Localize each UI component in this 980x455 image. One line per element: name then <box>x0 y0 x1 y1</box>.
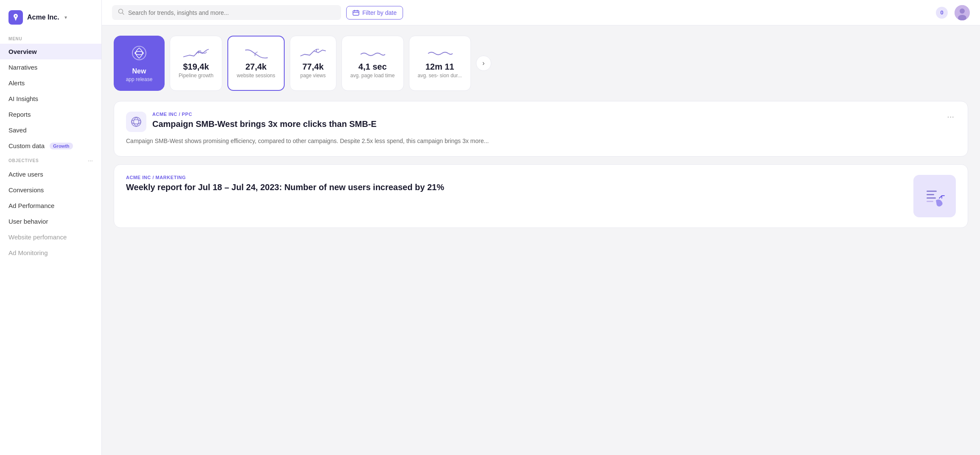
insight-ppc-body: Campaign SMB-West shows promising effici… <box>126 136 956 146</box>
insight-marketing-image <box>913 175 956 217</box>
insight-ppc-meta: ACME INC / PPC Campaign SMB-West brings … <box>152 112 939 129</box>
sidebar-item-overview-label: Overview <box>8 48 37 55</box>
sidebar-item-alerts[interactable]: Alerts <box>0 75 101 91</box>
sidebar-item-user-behavior-label: User behavior <box>8 218 48 225</box>
sidebar-item-ad-monitoring[interactable]: Ad Monitoring <box>0 245 101 261</box>
svg-point-7 <box>960 8 965 14</box>
svg-rect-14 <box>927 191 937 192</box>
metric-new-app-label: app release <box>126 76 153 83</box>
insight-marketing-breadcrumb: ACME INC / MARKETING <box>126 175 905 180</box>
metric-pageload-value: 4,1 sec <box>358 62 387 71</box>
filter-by-date-button[interactable]: Filter by date <box>346 6 403 20</box>
filter-label: Filter by date <box>362 9 397 16</box>
notification-badge[interactable]: 0 <box>936 7 948 19</box>
sidebar-item-ad-performance-label: Ad Performance <box>8 202 54 209</box>
topnav: Filter by date 0 <box>102 0 980 25</box>
company-chevron-icon: ▾ <box>64 14 67 20</box>
insight-card-ppc-header: ACME INC / PPC Campaign SMB-West brings … <box>126 112 956 132</box>
metric-card-avg-page-load[interactable]: 4,1 sec avg. page load time <box>342 36 404 91</box>
insight-card-marketing: ACME INC / MARKETING Weekly report for J… <box>114 164 968 228</box>
insight-card-marketing-inner: ACME INC / MARKETING Weekly report for J… <box>126 175 956 217</box>
metric-card-website-sessions[interactable]: 27,4k website sessions <box>227 36 285 91</box>
sidebar-item-overview[interactable]: Overview <box>0 44 101 59</box>
insight-marketing-content: ACME INC / MARKETING Weekly report for J… <box>126 175 905 193</box>
metric-session-label: avg. ses- sion dur... <box>418 73 462 79</box>
sidebar-item-reports[interactable]: Reports <box>0 107 101 122</box>
sidebar-item-active-users-label: Active users <box>8 171 43 178</box>
calendar-icon <box>353 10 359 16</box>
sidebar-item-narratives-label: Narratives <box>8 64 37 71</box>
svg-rect-2 <box>353 11 359 15</box>
metric-card-new-app-release[interactable]: New app release <box>114 36 165 91</box>
sidebar-item-conversions-label: Conversions <box>8 186 44 194</box>
metric-session-value: 12m 11 <box>426 62 454 71</box>
content-area: New app release $19,4k Pipeline growth <box>102 25 980 455</box>
svg-rect-17 <box>927 201 933 202</box>
pipeline-chart <box>183 48 209 59</box>
sidebar-item-narratives[interactable]: Narratives <box>0 59 101 75</box>
menu-label: MENU <box>0 33 101 44</box>
insight-ppc-more-button[interactable]: ··· <box>945 112 956 121</box>
sidebar-item-custom-data[interactable]: Custom data Growth <box>0 138 101 154</box>
insight-ppc-title: Campaign SMB-West brings 3x more clicks … <box>152 118 939 129</box>
metric-new-app-value: New <box>132 67 146 75</box>
sessions-chart <box>243 48 269 59</box>
sidebar-item-conversions[interactable]: Conversions <box>0 182 101 198</box>
svg-point-10 <box>135 51 143 55</box>
metric-pipeline-label: Pipeline growth <box>179 73 213 79</box>
custom-data-badge: Growth <box>50 143 73 149</box>
session-chart <box>427 48 453 59</box>
company-header[interactable]: Acme Inc. ▾ <box>0 7 101 33</box>
globe-icon <box>129 115 143 129</box>
avatar[interactable] <box>955 5 970 20</box>
sidebar-item-website-performance-label: Website perfomance <box>8 233 67 241</box>
metric-pageload-label: avg. page load time <box>350 73 395 79</box>
pageload-chart <box>360 48 385 59</box>
metric-card-avg-session[interactable]: 12m 11 avg. ses- sion dur... <box>409 36 471 91</box>
sidebar-item-saved-label: Saved <box>8 126 27 134</box>
search-icon <box>118 8 125 17</box>
svg-point-11 <box>132 117 141 126</box>
metrics-row: New app release $19,4k Pipeline growth <box>114 36 968 91</box>
metric-sessions-value: 27,4k <box>245 62 266 71</box>
svg-rect-15 <box>927 194 934 195</box>
sidebar-item-custom-data-label: Custom data <box>8 142 45 149</box>
sidebar-item-ad-performance[interactable]: Ad Performance <box>0 198 101 213</box>
search-input[interactable] <box>128 9 335 16</box>
metric-card-pipeline-growth[interactable]: $19,4k Pipeline growth <box>170 36 222 91</box>
sidebar-item-ai-insights-label: AI Insights <box>8 95 38 102</box>
report-illustration <box>920 181 949 211</box>
insight-marketing-title: Weekly report for Jul 18 – Jul 24, 2023:… <box>126 182 905 193</box>
topnav-right: 0 <box>936 5 970 20</box>
metrics-next-button[interactable]: › <box>476 56 491 71</box>
insight-card-ppc: ACME INC / PPC Campaign SMB-West brings … <box>114 101 968 156</box>
company-logo <box>8 10 23 25</box>
sidebar-item-active-users[interactable]: Active users <box>0 166 101 182</box>
sidebar-item-website-performance[interactable]: Website perfomance <box>0 229 101 245</box>
metric-pageviews-value: 77,4k <box>302 62 324 71</box>
sidebar-item-ad-monitoring-label: Ad Monitoring <box>8 249 48 256</box>
metric-pageviews-label: page views <box>300 73 326 79</box>
objectives-header: OBJECTIVES ··· <box>0 154 101 166</box>
objectives-more-icon[interactable]: ··· <box>88 157 93 164</box>
sidebar-item-user-behavior[interactable]: User behavior <box>0 213 101 229</box>
sidebar-item-ai-insights[interactable]: AI Insights <box>0 91 101 107</box>
sidebar-item-reports-label: Reports <box>8 111 31 118</box>
search-bar[interactable] <box>112 5 341 20</box>
svg-line-1 <box>123 13 124 15</box>
sidebar-item-saved[interactable]: Saved <box>0 122 101 138</box>
main-panel: Filter by date 0 <box>102 0 980 455</box>
sidebar-item-alerts-label: Alerts <box>8 79 25 87</box>
svg-rect-16 <box>927 197 936 199</box>
objectives-label: OBJECTIVES <box>8 158 39 163</box>
metric-pipeline-value: $19,4k <box>183 62 209 71</box>
ppc-icon-box <box>126 112 146 132</box>
company-name: Acme Inc. <box>27 14 59 21</box>
metric-card-page-views[interactable]: 77,4k page views <box>290 36 336 91</box>
app-release-icon <box>130 44 148 64</box>
sidebar: Acme Inc. ▾ MENU Overview Narratives Ale… <box>0 0 102 455</box>
insight-ppc-breadcrumb: ACME INC / PPC <box>152 112 939 117</box>
svg-point-12 <box>132 120 141 124</box>
metric-sessions-label: website sessions <box>237 73 275 79</box>
pageviews-chart <box>300 48 326 59</box>
